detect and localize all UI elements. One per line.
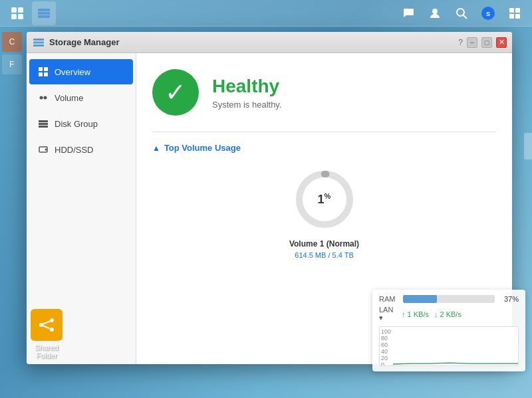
- storage-manager-taskbar-btn[interactable]: [32, 1, 56, 25]
- health-status: Healthy: [212, 76, 282, 97]
- svg-line-36: [43, 322, 50, 324]
- restore-button[interactable]: □: [481, 37, 492, 48]
- svg-rect-21: [39, 72, 43, 76]
- volume-name: Volume 1 (Normal): [289, 239, 359, 249]
- ram-percent: 37%: [500, 295, 519, 303]
- system-widget: RAM 37% LAN ▾ ↑ 1 KB/s ↓ 2 KB/s 100 80 6…: [372, 290, 525, 371]
- network-graph: 100 80 60 40 20 0: [379, 326, 519, 366]
- ram-row: RAM 37%: [379, 295, 519, 303]
- left-panel: C F: [0, 27, 24, 398]
- svg-rect-17: [33, 41, 44, 43]
- svg-rect-4: [38, 9, 50, 11]
- synology-icon[interactable]: S: [479, 4, 497, 23]
- titlebar: Storage Manager ? − □ ✕: [27, 32, 512, 53]
- svg-rect-16: [33, 39, 44, 41]
- chevron-up-icon: ▲: [152, 144, 160, 153]
- left-panel-item-1[interactable]: C: [2, 32, 22, 52]
- svg-rect-19: [39, 67, 43, 71]
- svg-rect-12: [509, 8, 514, 13]
- app-grid-button[interactable]: [5, 1, 29, 25]
- sidebar-disk-group-label: Disk Group: [55, 119, 98, 129]
- health-subtitle: System is healthy.: [212, 100, 282, 110]
- svg-rect-18: [33, 45, 44, 47]
- sidebar-item-disk-group[interactable]: Disk Group: [29, 111, 133, 136]
- desktop: S C F: [0, 0, 532, 398]
- svg-rect-3: [18, 14, 23, 19]
- sidebar-overview-label: Overview: [55, 67, 90, 77]
- graph-label-80: 80: [381, 335, 391, 342]
- graph-label-0: 0: [381, 361, 391, 366]
- checkmark-icon: ✓: [165, 80, 186, 105]
- volume-icon: [37, 92, 49, 104]
- chat-icon[interactable]: [399, 4, 418, 23]
- user-icon[interactable]: [426, 4, 444, 23]
- titlebar-controls: ? − □ ✕: [458, 37, 507, 48]
- svg-rect-28: [39, 126, 48, 128]
- svg-text:S: S: [486, 11, 490, 17]
- overview-icon: [37, 66, 49, 78]
- health-section: ✓ Healthy System is healthy.: [152, 69, 496, 116]
- taskbar-right: S: [399, 4, 532, 23]
- graph-area: [393, 327, 518, 365]
- close-button[interactable]: ✕: [496, 37, 507, 48]
- svg-rect-22: [44, 72, 48, 76]
- top-volume-label: Top Volume Usage: [164, 143, 241, 153]
- graph-label-20: 20: [381, 355, 391, 361]
- left-panel-item-2[interactable]: F: [2, 54, 22, 74]
- graph-label-40: 40: [381, 348, 391, 355]
- sidebar-item-hdd-ssd[interactable]: HDD/SSD: [29, 137, 133, 162]
- health-text: Healthy System is healthy.: [212, 76, 282, 110]
- svg-line-37: [43, 326, 50, 329]
- svg-rect-0: [11, 7, 17, 13]
- hdd-ssd-icon: [37, 144, 49, 155]
- sidebar-item-volume[interactable]: Volume: [29, 85, 133, 110]
- donut-chart: 1%: [291, 166, 358, 233]
- svg-rect-26: [39, 120, 48, 122]
- app-icon: [32, 36, 45, 49]
- top-volume-section-header[interactable]: ▲ Top Volume Usage: [152, 143, 496, 153]
- volume-usage: 614.5 MB / 5.4 TB: [295, 251, 353, 259]
- svg-point-8: [457, 9, 464, 16]
- taskbar: S: [0, 0, 532, 27]
- disk-group-icon: [37, 118, 49, 130]
- graph-labels: 100 80 60 40 20 0: [381, 327, 391, 365]
- svg-rect-15: [515, 14, 520, 19]
- svg-line-9: [464, 15, 467, 19]
- sidebar-hdd-ssd-label: HDD/SSD: [55, 145, 94, 155]
- sidebar-item-overview[interactable]: Overview: [29, 59, 133, 84]
- graph-label-100: 100: [381, 328, 391, 335]
- lan-label: LAN ▾: [379, 306, 398, 322]
- window-title: Storage Manager: [49, 37, 119, 47]
- minimize-button[interactable]: −: [467, 37, 477, 48]
- svg-point-7: [432, 9, 438, 14]
- ram-label: RAM: [379, 295, 398, 303]
- svg-rect-20: [44, 67, 48, 71]
- shared-folder-icon[interactable]: SharedFolder: [27, 309, 66, 359]
- svg-rect-2: [11, 14, 17, 19]
- svg-rect-6: [38, 15, 50, 18]
- health-icon: ✓: [152, 69, 199, 116]
- lan-download-speed: ↓ 2 KB/s: [434, 310, 462, 318]
- taskbar-left: [0, 1, 56, 25]
- svg-rect-1: [18, 7, 23, 13]
- svg-point-30: [45, 149, 47, 151]
- search-icon[interactable]: [452, 4, 471, 23]
- svg-point-35: [50, 328, 54, 332]
- titlebar-left: Storage Manager: [32, 36, 119, 49]
- donut-percent: 1%: [318, 192, 331, 207]
- volume-chart-container: 1% Volume 1 (Normal) 614.5 MB / 5.4 TB: [285, 166, 364, 259]
- svg-point-33: [39, 323, 43, 327]
- help-button[interactable]: ?: [458, 38, 463, 47]
- lan-row: LAN ▾ ↑ 1 KB/s ↓ 2 KB/s: [379, 306, 519, 322]
- right-mini-panel: [524, 133, 532, 159]
- sidebar-volume-label: Volume: [55, 93, 83, 103]
- svg-point-23: [40, 96, 43, 100]
- divider: [152, 132, 496, 132]
- svg-rect-14: [509, 14, 514, 19]
- graph-label-60: 60: [381, 342, 391, 348]
- grid-view-icon[interactable]: [505, 4, 524, 23]
- svg-rect-5: [38, 12, 50, 15]
- svg-point-24: [44, 96, 47, 100]
- shared-folder-img: [31, 309, 63, 341]
- svg-rect-13: [515, 8, 520, 13]
